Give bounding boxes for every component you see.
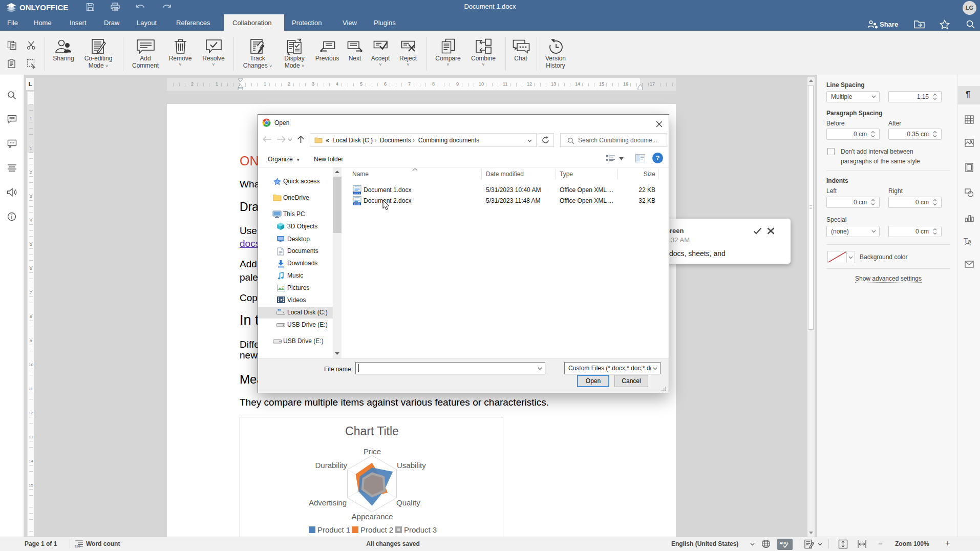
svg-text:DOCX: DOCX: [354, 192, 360, 195]
svg-text:DOCX: DOCX: [354, 203, 360, 205]
svg-text:123: 123: [75, 544, 80, 548]
